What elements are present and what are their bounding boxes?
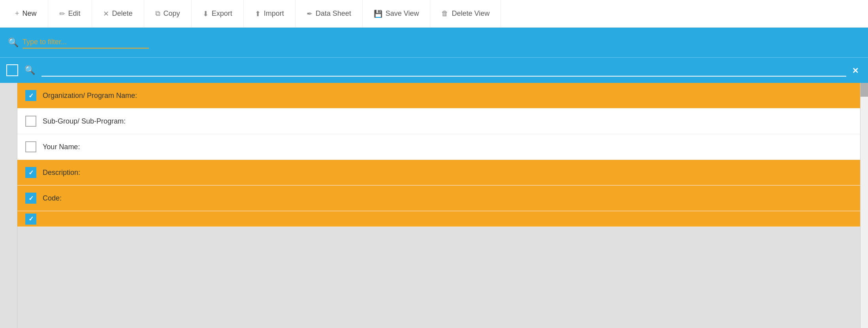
edit-button[interactable]: ✏ Edit bbox=[48, 0, 92, 27]
filter-search-icon: 🔍 bbox=[8, 37, 19, 48]
item-label-yourname: Your Name: bbox=[43, 143, 80, 151]
checkbox-yourname[interactable] bbox=[25, 141, 36, 152]
scrollbar-thumb[interactable] bbox=[860, 83, 868, 97]
export-button[interactable]: ⬇ Export bbox=[192, 0, 244, 27]
delete-icon: ✕ bbox=[103, 9, 109, 18]
import-icon: ⬆ bbox=[255, 9, 261, 18]
item-label-description: Description: bbox=[43, 169, 80, 177]
new-button[interactable]: + New bbox=[4, 0, 48, 27]
col-selector-search-input[interactable] bbox=[41, 64, 846, 77]
export-icon: ⬇ bbox=[203, 9, 209, 18]
import-button[interactable]: ⬆ Import bbox=[244, 0, 296, 27]
copy-label: Copy bbox=[164, 9, 180, 18]
list-item[interactable] bbox=[17, 211, 860, 227]
column-selector-bar: 🔍 × bbox=[0, 57, 868, 83]
export-label: Export bbox=[212, 9, 232, 18]
dropdown-list: Organization/ Program Name: Sub-Group/ S… bbox=[17, 83, 860, 227]
edit-label: Edit bbox=[68, 9, 81, 18]
list-item[interactable]: Description: bbox=[17, 160, 860, 186]
page-wrapper: + New ✏ Edit ✕ Delete ⧉ Copy ⬇ Export ⬆ … bbox=[0, 0, 868, 328]
list-item[interactable]: Code: bbox=[17, 186, 860, 211]
deleteview-label: Delete View bbox=[452, 9, 490, 18]
plus-icon: + bbox=[15, 9, 19, 18]
copy-button[interactable]: ⧉ Copy bbox=[144, 0, 192, 27]
datasheet-button[interactable]: ✒ Data Sheet bbox=[296, 0, 363, 27]
saveview-button[interactable]: 💾 Save View bbox=[363, 0, 431, 27]
list-item[interactable]: Sub-Group/ Sub-Program: bbox=[17, 109, 860, 134]
datasheet-label: Data Sheet bbox=[316, 9, 351, 18]
close-button[interactable]: × bbox=[853, 64, 859, 77]
content-area: Organization/ Program Name: Sub-Group/ S… bbox=[0, 83, 868, 328]
saveview-label: Save View bbox=[386, 9, 419, 18]
checkbox-code[interactable] bbox=[25, 193, 36, 204]
datasheet-icon: ✒ bbox=[307, 9, 313, 18]
list-item[interactable]: Organization/ Program Name: bbox=[17, 83, 860, 109]
checkbox-description[interactable] bbox=[25, 167, 36, 178]
checkbox-org[interactable] bbox=[25, 90, 36, 101]
right-column: Organization/ Program Name: Sub-Group/ S… bbox=[17, 83, 868, 328]
checkbox-subgroup[interactable] bbox=[25, 116, 36, 127]
new-label: New bbox=[23, 9, 37, 18]
blue-section: 🔍 🔍 × bbox=[0, 28, 868, 83]
deleteview-icon: 🗑 bbox=[441, 9, 448, 18]
import-label: Import bbox=[264, 9, 284, 18]
deleteview-button[interactable]: 🗑 Delete View bbox=[430, 0, 501, 27]
list-item[interactable]: Your Name: bbox=[17, 134, 860, 160]
item-label-code: Code: bbox=[43, 194, 62, 202]
col-selector-search-icon: 🔍 bbox=[24, 65, 35, 75]
scrollbar-track[interactable] bbox=[860, 83, 868, 328]
checkbox-extra[interactable] bbox=[25, 214, 36, 225]
copy-icon: ⧉ bbox=[155, 9, 160, 18]
left-column bbox=[0, 83, 17, 328]
delete-button[interactable]: ✕ Delete bbox=[92, 0, 144, 27]
item-label-subgroup: Sub-Group/ Sub-Program: bbox=[43, 117, 126, 126]
select-all-checkbox[interactable] bbox=[6, 64, 18, 76]
edit-icon: ✏ bbox=[59, 9, 65, 18]
delete-label: Delete bbox=[112, 9, 133, 18]
item-label-org: Organization/ Program Name: bbox=[43, 92, 137, 100]
saveview-icon: 💾 bbox=[374, 9, 382, 18]
toolbar: + New ✏ Edit ✕ Delete ⧉ Copy ⬇ Export ⬆ … bbox=[0, 0, 868, 28]
filter-bar: 🔍 bbox=[0, 28, 868, 57]
filter-input[interactable] bbox=[23, 36, 149, 49]
